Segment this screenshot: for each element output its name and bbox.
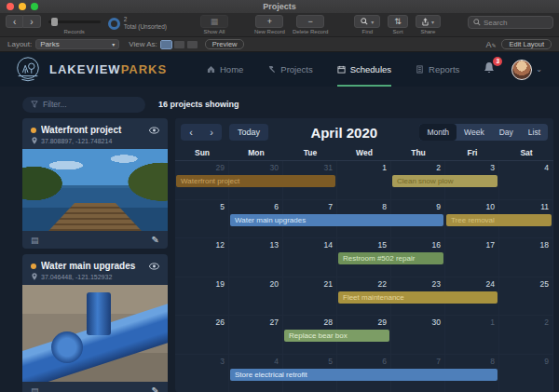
user-menu[interactable]: ⌄ — [511, 60, 542, 80]
calendar-day-cell[interactable]: 9 — [499, 355, 553, 392]
next-record-button[interactable]: › — [23, 15, 40, 28]
calendar-day-cell[interactable]: 27 — [229, 316, 283, 354]
dow-label: Thu — [391, 146, 445, 160]
delete-record-button[interactable]: − — [296, 15, 324, 28]
filter-bar: Filter... 16 projects showing — [0, 92, 559, 116]
found-set-indicator[interactable]: 2 Total (Unsorted) — [108, 16, 167, 32]
calendar-day-cell[interactable]: 12 — [175, 238, 229, 277]
layout-bar: Layout: Parks ▾ View As: Preview A✎ Edit… — [0, 37, 559, 52]
calendar-day-cell[interactable]: 3 — [175, 355, 229, 392]
dow-label: Mon — [229, 146, 283, 160]
calendar-day-cell[interactable]: 25 — [499, 277, 553, 316]
day-of-week-header: SunMonTueWedThuFriSat — [175, 146, 553, 161]
projects-count-status: 16 projects showing — [158, 100, 239, 109]
dow-label: Sun — [175, 146, 229, 160]
calendar-next-button[interactable]: › — [201, 124, 222, 141]
chevron-down-icon: ▾ — [112, 41, 115, 47]
edit-pencil-icon[interactable]: ✎ — [152, 385, 159, 392]
view-as-label: View As: — [129, 40, 157, 48]
attachment-icon[interactable]: ▤ — [31, 386, 39, 392]
calendar-event[interactable]: Waterfront project — [176, 175, 335, 187]
dow-label: Sat — [499, 146, 553, 160]
calendar-day-cell[interactable]: 2 — [499, 316, 553, 354]
view-week-button[interactable]: Week — [457, 124, 492, 141]
lake-dock-photo — [22, 149, 168, 231]
layout-select-value: Parks — [40, 40, 59, 48]
titlebar: Projects — [0, 0, 559, 13]
calendar-day-cell[interactable]: 13 — [229, 238, 283, 277]
toolbar-search-input[interactable]: Search — [468, 16, 553, 29]
nav-label: Home — [220, 64, 243, 74]
calendar-week-row: 3456789Store electrical retrofit — [175, 355, 553, 392]
share-label: Share — [420, 29, 435, 34]
project-card-watermain[interactable]: Water main upgrades 37.046448, -121.1529… — [22, 254, 168, 392]
record-slider[interactable] — [48, 15, 101, 28]
preview-button[interactable]: Preview — [205, 39, 245, 49]
avatar — [511, 60, 532, 80]
calendar-day-cell[interactable]: 5 — [175, 200, 229, 238]
project-coordinates: 37.808897, -121.748214 — [22, 137, 168, 149]
location-pin-icon — [32, 273, 37, 280]
calendar-day-cell[interactable]: 30 — [391, 316, 445, 354]
show-all-button[interactable]: ▦ — [200, 15, 228, 28]
nav-item-home[interactable]: Home — [207, 52, 243, 87]
calendar-event[interactable]: Replace bear box — [284, 330, 389, 342]
eye-icon[interactable] — [149, 263, 159, 270]
new-record-label: New Record — [254, 29, 285, 34]
calendar-day-cell[interactable]: 18 — [499, 238, 553, 277]
found-set-pie-icon — [108, 18, 120, 30]
calendar-day-cell[interactable]: 17 — [445, 238, 499, 277]
chevron-down-icon: ⌄ — [536, 65, 542, 74]
calendar-day-cell[interactable]: 1 — [445, 316, 499, 354]
calendar-event[interactable]: Store electrical retrofit — [230, 369, 498, 381]
nav-item-projects[interactable]: Projects — [267, 52, 312, 87]
content-body: Waterfront project 37.808897, -121.74821… — [0, 116, 559, 392]
app-window: Projects ‹ › Records 2 Total (Unsorted) … — [0, 0, 559, 392]
nav-item-schedules[interactable]: Schedules — [337, 52, 391, 87]
share-button[interactable]: ▾ — [416, 15, 441, 28]
nav-label: Reports — [429, 64, 459, 74]
calendar-day-cell[interactable]: 14 — [283, 238, 337, 277]
calendar-event[interactable]: Tree removal — [446, 214, 552, 226]
calendar-day-cell[interactable]: 4 — [499, 161, 553, 199]
view-list-button[interactable]: List — [521, 124, 548, 141]
calendar-day-cell[interactable]: 21 — [283, 277, 337, 316]
nav-item-reports[interactable]: Reports — [416, 52, 459, 87]
delete-record-group: − Delete Record — [293, 15, 328, 34]
eye-icon[interactable] — [149, 127, 159, 134]
filter-input[interactable]: Filter... — [22, 97, 145, 113]
edit-pencil-icon[interactable]: ✎ — [152, 235, 159, 245]
layout-select[interactable]: Parks ▾ — [35, 39, 119, 49]
calendar-event[interactable]: Clean snow plow — [392, 175, 498, 187]
form-view-icon[interactable] — [161, 41, 171, 48]
edit-layout-button[interactable]: Edit Layout — [501, 39, 552, 49]
calendar-day-cell[interactable]: 19 — [175, 277, 229, 316]
view-month-button[interactable]: Month — [419, 124, 457, 141]
formatting-pen-icon[interactable]: A✎ — [485, 40, 496, 49]
sort-button[interactable]: ⇅ — [388, 15, 408, 28]
calendar-event[interactable]: Water main upgrades — [230, 214, 443, 226]
slider-handle[interactable] — [51, 18, 58, 26]
calendar-prev-button[interactable]: ‹ — [181, 124, 201, 141]
coords-text: 37.046448, -121.152932 — [41, 274, 112, 280]
find-button[interactable]: ▾ — [354, 15, 380, 28]
chevron-down-icon: ▾ — [431, 19, 434, 25]
calendar-day-cell[interactable]: 1 — [337, 161, 391, 199]
today-button[interactable]: Today — [229, 124, 268, 141]
previous-record-button[interactable]: ‹ — [6, 15, 23, 28]
table-view-icon[interactable] — [187, 41, 198, 48]
calendar-event[interactable]: Restroom #502 repair — [338, 252, 443, 264]
magnifier-icon — [361, 18, 368, 25]
list-view-icon[interactable] — [174, 41, 184, 48]
brand-logo[interactable]: LAKEVIEWPARKS — [13, 55, 167, 85]
project-card-waterfront[interactable]: Waterfront project 37.808897, -121.74821… — [22, 118, 168, 249]
calendar-day-cell[interactable]: 20 — [229, 277, 283, 316]
calendar-month-title: April 2020 — [268, 125, 419, 141]
view-day-button[interactable]: Day — [492, 124, 521, 141]
new-record-button[interactable]: + — [255, 15, 283, 28]
total-label: Total (Unsorted) — [124, 23, 167, 31]
calendar-event[interactable]: Fleet maintenance — [338, 291, 498, 304]
notifications-button[interactable]: 3 — [482, 61, 497, 79]
calendar-day-cell[interactable]: 26 — [175, 316, 229, 354]
attachment-icon[interactable]: ▤ — [31, 236, 39, 245]
